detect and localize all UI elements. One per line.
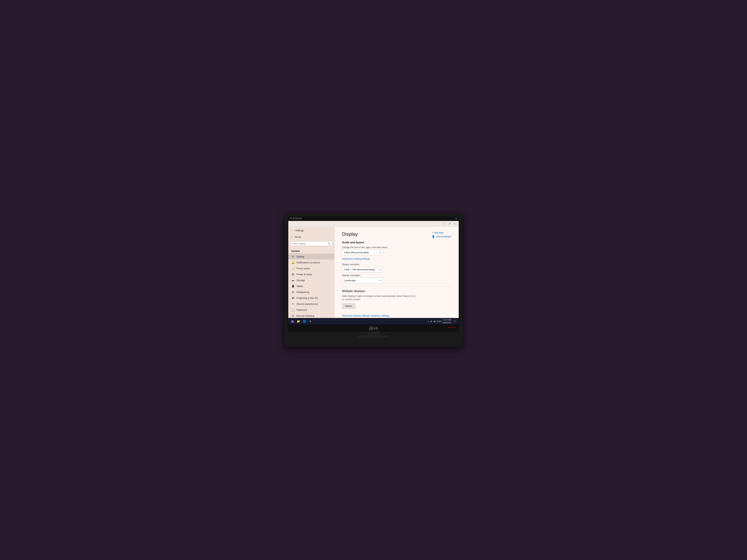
home-icon: ⌂	[291, 236, 293, 238]
display-icon: 🖥	[291, 255, 294, 258]
storage-icon: ▬	[291, 279, 294, 282]
settings-button[interactable]: ⚙	[308, 319, 313, 324]
get-help-label: Get help	[434, 231, 443, 234]
taskbar-clock[interactable]: 11:47 AM 12/9/2023	[442, 319, 451, 324]
back-button[interactable]: ← Settings	[288, 227, 334, 234]
file-explorer-button[interactable]: 📁	[296, 319, 301, 324]
sidebar-item-storage[interactable]: ▬ Storage	[288, 277, 334, 283]
orientation-dropdown[interactable]: Landscape ▾	[342, 278, 383, 283]
multiple-displays-title: Multiple displays	[342, 289, 451, 293]
sidebar-item-notifications[interactable]: 🔔 Notifications & actions	[288, 260, 334, 265]
sidebar: ← Settings ⌂ Home 🔍 System 🖥 Display	[288, 227, 335, 318]
taskbar: ⊞ 📁 🌐 ⚙ ∧ 🖧 🔊 ENG	[288, 318, 459, 325]
chrome-icon: 🌐	[303, 320, 306, 323]
stand-neck	[368, 332, 379, 336]
focus-icon: 🌙	[291, 267, 294, 270]
monitor-stand	[288, 332, 459, 338]
tray-expand[interactable]: ∧	[428, 320, 429, 323]
stand-base	[359, 336, 388, 338]
main-content: ? Get help 👤 Give feedback Display Scale…	[335, 227, 459, 318]
sidebar-item-shared-label: Shared experiences	[297, 302, 318, 305]
graphics-settings-link[interactable]: Graphics settings	[371, 314, 389, 317]
orientation-value: Landscape	[344, 279, 356, 282]
sidebar-item-multitasking-label: Multitasking	[297, 291, 309, 294]
scale-label: Change the size of text, apps, and other…	[342, 246, 451, 249]
orientation-label: Display orientation	[342, 274, 451, 277]
tray-volume-icon: 🔊	[433, 320, 436, 323]
notification-button[interactable]: 🗨	[452, 319, 457, 324]
scale-dropdown[interactable]: 100% (Recommended) ▾	[342, 250, 383, 255]
scale-dropdown-arrow: ▾	[380, 251, 381, 254]
sidebar-item-multitasking[interactable]: ⊞ Multitasking	[288, 289, 334, 295]
sidebar-item-projecting[interactable]: 📽 Projecting to this PC	[288, 295, 334, 301]
taskbar-date: 12/9/2023	[442, 321, 451, 324]
resolution-dropdown-arrow: ▾	[380, 268, 381, 271]
monitor-logo-text: LG	[374, 327, 378, 330]
taskbar-time: 11:47 AM	[442, 319, 451, 321]
give-feedback-label: Give feedback	[436, 235, 451, 238]
give-feedback-icon: 👤	[432, 235, 435, 238]
resolution-label: Display resolution	[342, 263, 451, 266]
projecting-icon: 📽	[291, 296, 294, 299]
multitasking-icon: ⊞	[291, 291, 294, 294]
sidebar-item-display-label: Display	[297, 255, 304, 258]
home-item[interactable]: ⌂ Home	[288, 234, 334, 240]
power-icon: ⏻	[291, 273, 294, 276]
titlebar: ─ ❐ ✕	[288, 221, 459, 227]
resolution-value: 1360 × 768 (Recommended)	[344, 268, 375, 271]
back-label: Settings	[295, 229, 304, 232]
sidebar-item-power-label: Power & sleep	[297, 273, 312, 276]
orientation-dropdown-arrow: ▾	[380, 279, 381, 282]
scale-section-title: Scale and layout	[342, 241, 451, 244]
search-box[interactable]: 🔍	[290, 241, 332, 246]
search-icon: 🔍	[328, 242, 331, 245]
sidebar-item-power[interactable]: ⏻ Power & sleep	[288, 271, 334, 277]
detect-button[interactable]: Detect	[342, 303, 355, 309]
give-feedback-link[interactable]: 👤 Give feedback	[432, 235, 451, 238]
sidebar-item-notifications-label: Notifications & actions	[297, 261, 320, 264]
sidebar-item-storage-label: Storage	[297, 279, 305, 282]
minimize-button[interactable]: ─	[442, 221, 447, 226]
clipboard-icon: 📋	[291, 308, 294, 311]
get-help-icon: ?	[432, 231, 433, 234]
monitor-brand: FLATRON	[290, 217, 302, 219]
notifications-icon: 🔔	[291, 261, 294, 264]
tablet-icon: 📱	[291, 285, 294, 288]
system-tray: ∧ 🖧 🔊 ENG	[428, 320, 441, 323]
get-help-link[interactable]: ? Get help	[432, 231, 443, 234]
asus-logo	[447, 326, 456, 330]
tray-network-icon: 🖧	[430, 320, 432, 322]
advanced-scaling-link[interactable]: Advanced scaling settings	[342, 258, 370, 260]
home-label: Home	[294, 236, 301, 238]
shared-icon: ✦	[291, 302, 294, 305]
resolution-dropdown[interactable]: 1360 × 768 (Recommended) ▾	[342, 267, 383, 272]
sidebar-section-label: System	[288, 247, 334, 254]
chrome-button[interactable]: 🌐	[302, 319, 307, 324]
multiple-displays-info: Older displays might not always connect …	[342, 294, 416, 301]
sidebar-item-remote-label: Remote Desktop	[297, 315, 314, 317]
sidebar-item-clipboard[interactable]: 📋 Clipboard	[288, 307, 334, 313]
sidebar-item-tablet[interactable]: 📱 Tablet	[288, 283, 334, 289]
scale-value: 100% (Recommended)	[344, 251, 369, 254]
close-button[interactable]: ✕	[452, 221, 457, 226]
sidebar-item-focus-label: Focus assist	[297, 267, 310, 270]
lg-circle: LG	[369, 326, 373, 330]
search-input[interactable]	[292, 242, 328, 245]
monitor-bottom-bar: LG LG	[288, 325, 459, 332]
notification-icon: 🗨	[454, 320, 456, 323]
remote-icon: ⛓	[291, 314, 294, 317]
restore-button[interactable]: ❐	[447, 221, 452, 226]
start-icon: ⊞	[291, 320, 294, 323]
tray-lang: ENG	[437, 320, 441, 322]
sidebar-item-tablet-label: Tablet	[297, 285, 303, 288]
settings-icon: ⚙	[309, 320, 311, 323]
sidebar-item-display[interactable]: 🖥 Display	[288, 254, 334, 260]
sidebar-item-clipboard-label: Clipboard	[297, 309, 307, 311]
sidebar-item-remote[interactable]: ⛓ Remote Desktop	[288, 313, 334, 318]
sidebar-item-projecting-label: Projecting to this PC	[297, 297, 318, 299]
sidebar-item-shared[interactable]: ✦ Shared experiences	[288, 301, 334, 307]
back-icon: ←	[291, 229, 294, 232]
advanced-display-link[interactable]: Advanced display settings	[342, 314, 370, 317]
start-button[interactable]: ⊞	[290, 319, 295, 324]
sidebar-item-focus[interactable]: 🌙 Focus assist	[288, 265, 334, 271]
